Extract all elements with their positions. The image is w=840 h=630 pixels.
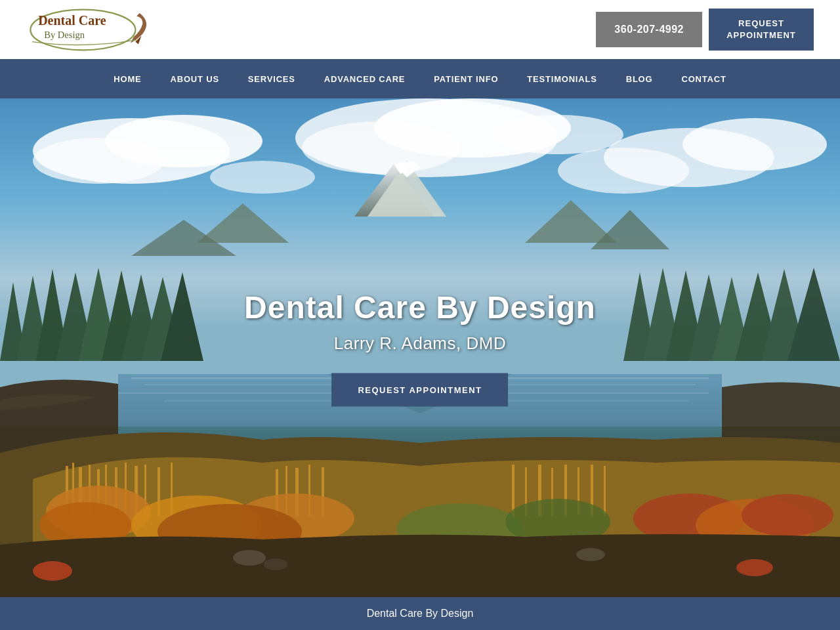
- request-appointment-button-hero[interactable]: REQUEST APPOINTMENT: [331, 373, 508, 407]
- svg-point-9: [302, 121, 459, 174]
- svg-rect-70: [604, 466, 606, 516]
- nav-item-patient[interactable]: PATIENT INFO: [419, 59, 513, 98]
- svg-point-12: [682, 118, 827, 171]
- hero-section: Dental Care By Design Larry R. Adams, DM…: [0, 98, 840, 597]
- svg-point-13: [210, 161, 315, 194]
- svg-point-78: [742, 494, 833, 536]
- nav-item-blog[interactable]: BLOG: [612, 59, 667, 98]
- logo-image: Dental Care By Design: [26, 7, 158, 52]
- request-appointment-button-header[interactable]: REQUESTAPPOINTMENT: [709, 9, 814, 51]
- svg-point-83: [576, 548, 605, 561]
- nav-item-contact[interactable]: CONTACT: [667, 59, 740, 98]
- header-actions: 360-207-4992 REQUESTAPPOINTMENT: [596, 9, 814, 51]
- footer-text: Dental Care By Design: [367, 608, 474, 620]
- nav-item-testimonials[interactable]: TESTIMONIALS: [513, 59, 611, 98]
- svg-point-81: [233, 550, 266, 566]
- hero-content: Dental Care By Design Larry R. Adams, DM…: [244, 289, 596, 407]
- nav-item-home[interactable]: HOME: [99, 59, 156, 98]
- phone-button[interactable]: 360-207-4992: [596, 12, 702, 47]
- svg-point-84: [33, 561, 72, 581]
- site-header: Dental Care By Design 360-207-4992 REQUE…: [0, 0, 840, 59]
- hero-title: Dental Care By Design: [244, 289, 596, 326]
- footer-strip: Dental Care By Design: [0, 597, 840, 630]
- svg-point-85: [736, 559, 773, 576]
- nav-item-services[interactable]: SERVICES: [234, 59, 310, 98]
- main-navigation: HOME ABOUT US SERVICES ADVANCED CARE PAT…: [0, 59, 840, 98]
- logo-area: Dental Care By Design: [26, 7, 158, 52]
- nav-item-about[interactable]: ABOUT US: [156, 59, 234, 98]
- svg-point-14: [492, 115, 623, 154]
- svg-point-11: [558, 148, 689, 194]
- svg-text:By Design: By Design: [44, 30, 85, 40]
- hero-subtitle: Larry R. Adams, DMD: [244, 333, 596, 354]
- nav-item-advanced[interactable]: ADVANCED CARE: [310, 59, 420, 98]
- svg-text:Dental Care: Dental Care: [38, 13, 106, 28]
- svg-point-82: [264, 558, 287, 570]
- svg-point-6: [33, 138, 164, 184]
